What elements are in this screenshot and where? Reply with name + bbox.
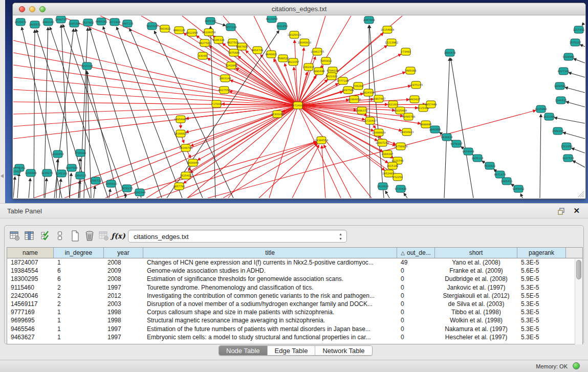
graph-node[interactable]: 9097588 bbox=[66, 164, 77, 171]
table-cell[interactable]: 22420046 bbox=[7, 292, 54, 300]
graph-node[interactable]: 1735992 bbox=[74, 149, 86, 157]
table-cell[interactable]: 2009 bbox=[104, 267, 143, 275]
citation-edge-red[interactable] bbox=[298, 105, 396, 144]
table-cell[interactable]: 5.9E-5 bbox=[517, 275, 566, 283]
graph-node[interactable]: 2469719 bbox=[55, 16, 67, 23]
graph-node[interactable]: 1350515 bbox=[74, 172, 86, 179]
tab-network-table[interactable]: Network Table bbox=[315, 346, 372, 355]
table-cell[interactable]: 18724007 bbox=[7, 258, 54, 267]
graph-node[interactable]: 19654985 bbox=[174, 116, 187, 123]
graph-node[interactable]: 8813054 bbox=[266, 16, 278, 23]
graph-node[interactable]: 1575107 bbox=[569, 39, 581, 46]
table-cell[interactable]: 2008 bbox=[104, 258, 143, 267]
table-cell[interactable]: 1 bbox=[54, 333, 104, 341]
table-cell[interactable]: 18300295 bbox=[7, 275, 54, 283]
citation-edge-black[interactable] bbox=[520, 194, 522, 198]
graph-node[interactable]: 23226058 bbox=[202, 29, 215, 36]
citation-edge-red[interactable] bbox=[269, 105, 298, 198]
citation-edge-red[interactable] bbox=[13, 65, 298, 105]
table-cell[interactable]: 0 bbox=[397, 300, 435, 308]
network-window[interactable]: citations_edges.txt 253587 bbox=[12, 3, 586, 199]
table-row[interactable]: 946554611997Estimation of the future num… bbox=[7, 325, 582, 333]
table-cell[interactable]: 2 bbox=[54, 283, 104, 292]
table-cell[interactable]: Embryonic stem cells: a model to study s… bbox=[143, 333, 397, 341]
citation-edge-red[interactable] bbox=[298, 105, 401, 130]
graph-node[interactable]: 18640910 bbox=[298, 39, 311, 46]
column-header-out-degree[interactable]: △out_de... bbox=[397, 248, 435, 258]
splitter-collapse-icon[interactable] bbox=[1, 174, 4, 178]
graph-node[interactable]: 19756928 bbox=[394, 143, 407, 150]
table-cell[interactable]: Investigating the contribution of common… bbox=[143, 292, 397, 300]
table-cell[interactable]: 0 bbox=[397, 333, 435, 341]
citation-edge-red[interactable] bbox=[187, 142, 316, 198]
graph-node[interactable]: 1145193 bbox=[55, 170, 67, 177]
graph-node[interactable]: 1621064 bbox=[543, 113, 555, 120]
graph-node[interactable]: 2069140 bbox=[42, 18, 54, 26]
graph-node[interactable]: 1615182 bbox=[386, 162, 398, 169]
graph-node[interactable]: 273493 bbox=[401, 48, 411, 55]
graph-node[interactable]: 717006 bbox=[211, 100, 222, 107]
graph-node[interactable]: 9733426 bbox=[395, 185, 406, 192]
graph-node[interactable]: 15720407 bbox=[363, 117, 377, 124]
citation-edge-red[interactable] bbox=[105, 105, 298, 198]
tab-node-table[interactable]: Node Table bbox=[219, 346, 268, 355]
graph-node[interactable]: 1244415 bbox=[555, 97, 567, 104]
graph-node[interactable]: 9242848 bbox=[225, 62, 237, 69]
graph-node[interactable]: 9227349 bbox=[557, 68, 569, 75]
graph-node[interactable]: 18724007 bbox=[291, 102, 304, 109]
graph-node[interactable]: 7955812 bbox=[320, 57, 332, 64]
citation-edge-black[interactable] bbox=[573, 161, 585, 167]
graph-node[interactable]: 1071918 bbox=[108, 18, 120, 26]
table-scrollbar[interactable] bbox=[575, 259, 582, 344]
citation-edge-red[interactable] bbox=[13, 102, 298, 105]
citation-edge-black[interactable] bbox=[572, 148, 585, 153]
table-cell[interactable]: Hescheler et al. (1997) bbox=[435, 333, 517, 341]
graph-node[interactable]: 19166825 bbox=[174, 130, 187, 137]
table-cell[interactable]: 2 bbox=[54, 300, 104, 308]
table-row[interactable]: 946362711997Embryonic stem cells: a mode… bbox=[7, 333, 582, 341]
graph-node[interactable]: 7615526 bbox=[146, 23, 158, 30]
graph-node[interactable]: 16961755 bbox=[311, 48, 324, 55]
table-cell[interactable]: 5.3E-5 bbox=[517, 283, 566, 292]
citation-edge-black[interactable] bbox=[17, 173, 19, 198]
graph-node[interactable]: 9329966 bbox=[562, 53, 574, 60]
graph-node[interactable]: 9463627 bbox=[408, 96, 420, 103]
table-cell[interactable]: Jankovic et al. (1997) bbox=[435, 283, 517, 292]
graph-node[interactable]: 6466161 bbox=[95, 18, 107, 25]
graph-node[interactable]: 6479197 bbox=[450, 140, 462, 147]
graph-node[interactable]: 10807487 bbox=[372, 95, 385, 102]
graph-node[interactable]: 7632621 bbox=[484, 162, 495, 169]
graph-node[interactable]: 12213962 bbox=[385, 39, 398, 46]
graph-node[interactable]: 7986372 bbox=[356, 107, 367, 114]
graph-node[interactable]: 16046798 bbox=[179, 144, 192, 151]
citation-edge-black[interactable] bbox=[90, 28, 141, 198]
graph-node[interactable]: 9474444 bbox=[462, 148, 474, 155]
graph-node[interactable]: 18325419 bbox=[288, 31, 301, 38]
table-cell[interactable]: 1 bbox=[54, 308, 104, 316]
graph-node[interactable]: 1234275 bbox=[41, 169, 53, 177]
row-height-icon[interactable] bbox=[54, 229, 66, 243]
tab-edge-table[interactable]: Edge Table bbox=[268, 346, 316, 355]
citation-edge-black[interactable] bbox=[444, 58, 450, 198]
table-cell[interactable]: Stergiakouli et al. (2012) bbox=[435, 292, 517, 300]
table-row[interactable]: 911546021997Tourette syndrome. Phenomeno… bbox=[7, 283, 582, 292]
graph-node[interactable]: 12975155 bbox=[409, 81, 423, 89]
table-selector-dropdown[interactable]: citations_edges.txt ▲▼ bbox=[128, 230, 347, 243]
close-panel-icon[interactable]: ✕ bbox=[573, 206, 580, 215]
citation-edge-black[interactable] bbox=[13, 177, 15, 198]
resize-grip-icon[interactable] bbox=[578, 191, 584, 197]
citation-edge-red[interactable] bbox=[13, 105, 298, 139]
graph-node[interactable]: 9777169 bbox=[337, 77, 349, 84]
column-header-short[interactable]: short bbox=[435, 248, 517, 258]
citation-edge-black[interactable] bbox=[94, 186, 95, 198]
new-column-icon[interactable] bbox=[69, 229, 81, 243]
citation-edge-black[interactable] bbox=[369, 26, 384, 198]
delete-columns-icon[interactable] bbox=[83, 229, 96, 243]
citation-edge-black[interactable] bbox=[569, 73, 585, 77]
table-cell[interactable]: 6 bbox=[54, 267, 104, 275]
table-cell[interactable]: Yano et al. (2008) bbox=[435, 258, 517, 267]
citation-edge-black[interactable] bbox=[540, 115, 541, 198]
graph-node[interactable]: 18807249 bbox=[376, 139, 389, 146]
graph-node[interactable]: 8938914 bbox=[441, 134, 453, 141]
graph-node[interactable]: 1609943 bbox=[187, 159, 199, 166]
